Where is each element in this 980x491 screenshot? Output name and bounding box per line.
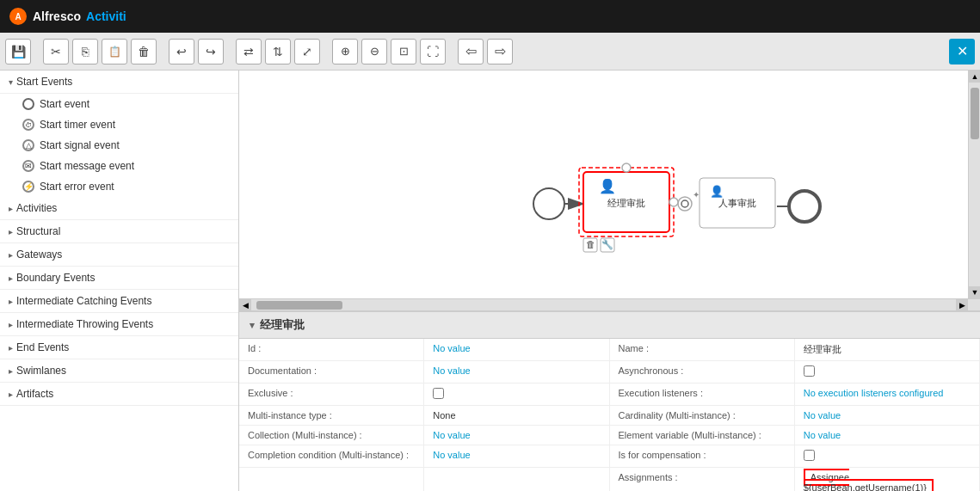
paste-button[interactable]: 📋 — [102, 39, 127, 64]
zoom-out-button[interactable]: ⊖ — [361, 39, 387, 64]
align-h-button[interactable]: ⇄ — [236, 39, 262, 64]
start-event-dot — [22, 98, 34, 110]
sidebar-group-activities-label: Activities — [16, 202, 57, 214]
task1-right-connector[interactable] — [669, 198, 678, 206]
sidebar-item-start-message[interactable]: ✉ Start message event — [0, 156, 238, 176]
align-v-button[interactable]: ⇅ — [265, 39, 291, 64]
task1-delete-icon: 🗑 — [586, 239, 595, 249]
prop-label-execution-listeners: Execution listeners : — [610, 384, 795, 406]
sidebar-group-boundary-label: Boundary Events — [16, 272, 95, 284]
top-bar: A Alfresco Activiti — [0, 0, 980, 33]
right-panel: ▲ ▼ — [239, 71, 980, 491]
prop-label-element-variable: Element variable (Multi-instance) : — [610, 426, 795, 445]
prop-value-assignments[interactable]: Assignee ${userBean.getUsername(1)} — [795, 468, 980, 491]
prop-value-asynchronous — [795, 361, 980, 384]
chevron-right-icon-int-catching: ▸ — [9, 297, 13, 306]
sidebar-group-start-events[interactable]: ▾ Start Events — [0, 71, 238, 94]
bpmn-svg: ✦ 👤 经理审批 🗑 🔧 — [239, 71, 980, 298]
start-error-dot: ⚡ — [22, 181, 34, 193]
copy-button[interactable]: ⎘ — [72, 39, 98, 64]
sidebar: ▾ Start Events Start event ⏱ Start timer… — [0, 71, 239, 491]
undo-button[interactable]: ↩ — [169, 39, 194, 64]
sidebar-group-gateways[interactable]: ▸ Gateways — [0, 243, 238, 267]
sidebar-group-intermediate-throwing[interactable]: ▸ Intermediate Throwing Events — [0, 313, 238, 336]
redo-button[interactable]: ↪ — [198, 39, 224, 64]
sidebar-group-activities[interactable]: ▸ Activities — [0, 197, 238, 220]
delete-button[interactable]: 🗑 — [131, 39, 157, 64]
sidebar-group-end-events-label: End Events — [16, 341, 69, 353]
flow-left-button[interactable]: ⇦ — [458, 39, 484, 64]
sidebar-item-start-timer[interactable]: ⏱ Start timer event — [0, 114, 238, 135]
chevron-right-icon-int-throwing: ▸ — [9, 320, 13, 329]
sidebar-group-swimlanes[interactable]: ▸ Swimlanes — [0, 359, 238, 383]
prop-value-completion-condition[interactable]: No value — [424, 445, 609, 468]
sidebar-item-start-error[interactable]: ⚡ Start error event — [0, 176, 238, 197]
app-logo: A Alfresco Activiti — [9, 7, 126, 26]
toolbar: 💾 ✂ ⎘ 📋 🗑 ↩ ↪ ⇄ ⇅ ⤢ ⊕ ⊖ ⊡ ⛶ ⇦ ⇨ ✕ — [0, 33, 980, 71]
prop-value-execution-listeners[interactable]: No execution listeners configured — [795, 384, 980, 406]
compensation-checkbox[interactable] — [804, 450, 815, 461]
chevron-right-icon-end-events: ▸ — [9, 343, 13, 353]
prop-empty-cell — [239, 468, 424, 491]
flow-right-button[interactable]: ⇨ — [487, 39, 513, 64]
prop-value-documentation[interactable]: No value — [424, 361, 609, 384]
sidebar-group-boundary-events[interactable]: ▸ Boundary Events — [0, 267, 238, 290]
prop-value-name[interactable]: 经理审批 — [795, 339, 980, 361]
prop-label-cardinality: Cardinality (Multi-instance) : — [610, 406, 795, 426]
start-timer-dot: ⏱ — [22, 119, 34, 131]
props-panel-title: 经理审批 — [260, 317, 305, 333]
chevron-right-icon-gateways: ▸ — [9, 250, 13, 260]
prop-value-multiinstance-type[interactable]: None — [424, 406, 609, 426]
scroll-thumb-h[interactable] — [256, 301, 342, 310]
chevron-right-icon-structural: ▸ — [9, 227, 13, 236]
cut-button[interactable]: ✂ — [43, 39, 69, 64]
fullscreen-button[interactable]: ⛶ — [420, 39, 446, 64]
save-button[interactable]: 💾 — [5, 39, 31, 64]
prop-label-asynchronous: Asynchronous : — [610, 361, 795, 384]
asynchronous-checkbox[interactable] — [804, 365, 815, 377]
prop-value-exclusive — [424, 384, 609, 406]
prop-value-cardinality[interactable]: No value — [795, 406, 980, 426]
align-button[interactable]: ⤢ — [294, 39, 320, 64]
task2-user-icon: 👤 — [710, 184, 724, 199]
exclusive-checkbox[interactable] — [433, 388, 444, 399]
close-button[interactable]: ✕ — [949, 39, 975, 64]
task2-label: 人事审批 — [718, 198, 756, 208]
sidebar-group-end-events[interactable]: ▸ End Events — [0, 336, 238, 359]
chevron-right-icon-activities: ▸ — [9, 204, 13, 213]
prop-empty-cell2 — [424, 468, 609, 491]
task1-wrench-icon: 🔧 — [601, 238, 613, 250]
alfresco-label: Alfresco — [33, 9, 81, 23]
assignment-value-box[interactable]: Assignee ${userBean.getUsername(1)} — [804, 469, 934, 491]
bpmn-canvas[interactable]: ▲ ▼ — [239, 71, 980, 298]
start-event-shape — [533, 188, 564, 219]
sidebar-group-swimlanes-label: Swimlanes — [16, 365, 66, 377]
zoom-fit-button[interactable]: ⊡ — [391, 39, 416, 64]
chevron-right-icon-boundary: ▸ — [9, 273, 13, 283]
sidebar-item-start-event-label: Start event — [40, 98, 89, 110]
props-panel-header: ▾ 经理审批 — [239, 312, 980, 339]
chevron-right-icon-swimlanes: ▸ — [9, 366, 13, 376]
task1-top-connector[interactable] — [622, 163, 631, 172]
horizontal-scrollbar[interactable]: ◀ ▶ — [239, 298, 980, 310]
prop-label-multiinstance-type: Multi-instance type : — [239, 406, 424, 426]
sidebar-group-artifacts[interactable]: ▸ Artifacts — [0, 383, 238, 406]
main-layout: ▾ Start Events Start event ⏱ Start timer… — [0, 71, 980, 491]
sidebar-item-start-event[interactable]: Start event — [0, 94, 238, 114]
zoom-in-button[interactable]: ⊕ — [332, 39, 358, 64]
sidebar-item-start-message-label: Start message event — [40, 160, 134, 172]
prop-value-element-variable[interactable]: No value — [795, 426, 980, 445]
prop-value-collection[interactable]: No value — [424, 426, 609, 445]
prop-label-assignments: Assignments : — [610, 468, 795, 491]
sidebar-group-structural-label: Structural — [16, 225, 60, 237]
sidebar-item-start-timer-label: Start timer event — [40, 119, 115, 131]
scroll-left-button[interactable]: ◀ — [239, 299, 251, 311]
sidebar-item-start-error-label: Start error event — [40, 181, 114, 193]
sidebar-group-intermediate-catching[interactable]: ▸ Intermediate Catching Events — [0, 290, 238, 313]
sidebar-group-structural[interactable]: ▸ Structural — [0, 220, 238, 243]
prop-value-id[interactable]: No value — [424, 339, 609, 361]
prop-label-name: Name : — [610, 339, 795, 361]
sidebar-item-start-signal[interactable]: △ Start signal event — [0, 135, 238, 156]
sidebar-group-gateways-label: Gateways — [16, 249, 62, 261]
scroll-right-button[interactable]: ▶ — [956, 299, 968, 311]
